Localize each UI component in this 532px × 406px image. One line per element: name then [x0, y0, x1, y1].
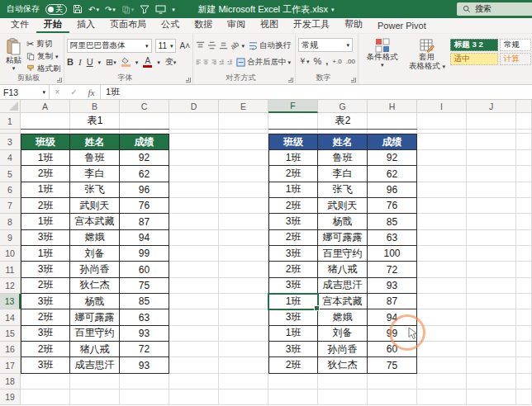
- cell-C10[interactable]: 99: [120, 246, 169, 262]
- cell-E15[interactable]: [219, 326, 268, 342]
- cell-E12[interactable]: [219, 278, 268, 294]
- cell-A17[interactable]: 3班: [21, 357, 70, 373]
- cell-D4[interactable]: [169, 150, 219, 166]
- cell-K1[interactable]: [516, 113, 532, 130]
- cell-I18[interactable]: [417, 374, 467, 389]
- cell-E5[interactable]: [219, 166, 268, 182]
- cell-F14[interactable]: 3班: [268, 309, 318, 325]
- cell-H12[interactable]: 93: [368, 278, 417, 294]
- cell-G9[interactable]: 娜可露露: [318, 230, 368, 246]
- cell-D3[interactable]: [169, 134, 219, 150]
- redo-button[interactable]: ↷▾: [105, 5, 116, 14]
- cell-C13[interactable]: 85: [120, 294, 169, 309]
- name-box[interactable]: F13 ▾: [0, 85, 50, 99]
- cell-G7[interactable]: 武则天: [318, 198, 368, 214]
- row-header-10[interactable]: 10: [0, 246, 21, 262]
- cell-B16[interactable]: 猪八戒: [70, 342, 120, 357]
- ribbon-tab-Power Pivot[interactable]: Power Pivot: [370, 19, 434, 33]
- column-header-D[interactable]: D: [169, 100, 219, 113]
- align-left-icon[interactable]: [196, 57, 201, 67]
- comma-style-button[interactable]: ,: [325, 56, 328, 66]
- copy-button[interactable]: 复制▾: [25, 50, 63, 62]
- cell-E19[interactable]: [219, 389, 268, 405]
- cell-J18[interactable]: [467, 374, 516, 389]
- cell-C12[interactable]: 75: [120, 278, 169, 294]
- cell-G11[interactable]: 猪八戒: [318, 262, 368, 277]
- cell-B7[interactable]: 武则天: [70, 198, 120, 214]
- ribbon-tab-视图[interactable]: 视图: [253, 17, 286, 33]
- column-header-partial[interactable]: [516, 100, 532, 113]
- formula-content[interactable]: 1班: [101, 85, 532, 99]
- cell-G12[interactable]: 成吉思汗: [318, 278, 368, 294]
- cell-F17[interactable]: 2班: [268, 357, 318, 373]
- row-header-11[interactable]: 11: [0, 262, 21, 277]
- cell-I9[interactable]: [417, 230, 467, 246]
- clipboard-dialog-launcher[interactable]: [57, 78, 62, 83]
- cell-A13[interactable]: 3班: [21, 294, 70, 309]
- cell-A15[interactable]: 3班: [21, 326, 70, 342]
- column-header-B[interactable]: B: [70, 100, 120, 113]
- touch-mode-button[interactable]: ▾: [121, 5, 135, 14]
- cell-G17[interactable]: 狄仁杰: [318, 357, 368, 373]
- row-header-1[interactable]: 1: [0, 113, 21, 130]
- cell-J13[interactable]: [467, 294, 516, 309]
- cell-B13[interactable]: 杨戬: [70, 294, 120, 309]
- cell-J6[interactable]: [467, 182, 516, 198]
- phonetic-button[interactable]: 变▾: [165, 56, 177, 68]
- cell-C18[interactable]: [120, 374, 169, 389]
- cell-E7[interactable]: [219, 198, 268, 214]
- cell-D12[interactable]: [169, 278, 219, 294]
- ribbon-tab-数据[interactable]: 数据: [187, 17, 220, 33]
- row-header-13[interactable]: 13: [0, 294, 21, 309]
- cell-J10[interactable]: [467, 246, 516, 262]
- ribbon-tab-审阅[interactable]: 审阅: [220, 17, 253, 33]
- cell-K10[interactable]: [516, 246, 532, 262]
- cell-H8[interactable]: 85: [368, 214, 417, 229]
- cell-C16[interactable]: 72: [120, 342, 169, 357]
- cell-F5[interactable]: 2班: [268, 166, 318, 182]
- align-right-icon[interactable]: [211, 57, 216, 67]
- cell-K14[interactable]: [516, 309, 532, 325]
- cell-A14[interactable]: 2班: [21, 309, 70, 325]
- cell-C14[interactable]: 63: [120, 309, 169, 325]
- cell-D6[interactable]: [169, 182, 219, 198]
- cell-C17[interactable]: 93: [120, 357, 169, 373]
- row-header-18[interactable]: 18: [0, 374, 21, 389]
- cell-D15[interactable]: [169, 326, 219, 342]
- cell-K17[interactable]: [516, 357, 532, 373]
- cell-H5[interactable]: 62: [368, 166, 417, 182]
- autosave-toggle[interactable]: 关: [45, 4, 67, 15]
- cell-A18[interactable]: [21, 374, 70, 389]
- cell-I1[interactable]: [417, 113, 467, 130]
- cell-G16[interactable]: 孙尚香: [318, 342, 368, 357]
- qat-customize-button[interactable]: ▾: [172, 7, 175, 12]
- cell-I10[interactable]: [417, 246, 467, 262]
- borders-button[interactable]: ⊞▾: [106, 57, 116, 68]
- cell-F9[interactable]: 2班: [268, 230, 318, 246]
- cell-F16[interactable]: 3班: [268, 342, 318, 357]
- merge-center-button[interactable]: 合并后居中▾: [235, 56, 292, 68]
- increase-indent-icon[interactable]: [227, 57, 232, 67]
- cell-D19[interactable]: [169, 389, 219, 405]
- cell-style-swatch[interactable]: 计算: [500, 53, 531, 65]
- cell-H17[interactable]: 75: [368, 357, 417, 373]
- currency-button[interactable]: ￥▾: [298, 55, 310, 67]
- cell-J7[interactable]: [467, 198, 516, 214]
- cell-H9[interactable]: 63: [368, 230, 417, 246]
- cell-B5[interactable]: 李白: [70, 166, 120, 182]
- increase-decimal-button[interactable]: +.0: [332, 58, 341, 65]
- ribbon-tab-开始[interactable]: 开始: [36, 17, 69, 33]
- cell-K4[interactable]: [516, 150, 532, 166]
- cell-G14[interactable]: 嫦娥: [318, 309, 368, 325]
- filter-button[interactable]: [140, 4, 150, 14]
- row-header-14[interactable]: 14: [0, 309, 21, 325]
- cell-I13[interactable]: [417, 294, 467, 309]
- cell-F7[interactable]: 2班: [268, 198, 318, 214]
- screen-share-button[interactable]: [155, 5, 166, 14]
- cell-K13[interactable]: [516, 294, 532, 309]
- cell-H10[interactable]: 100: [368, 246, 417, 262]
- cell-G3[interactable]: 姓名: [318, 134, 368, 150]
- cell-E18[interactable]: [219, 374, 268, 389]
- bold-button[interactable]: B: [67, 57, 74, 67]
- cell-D10[interactable]: [169, 246, 219, 262]
